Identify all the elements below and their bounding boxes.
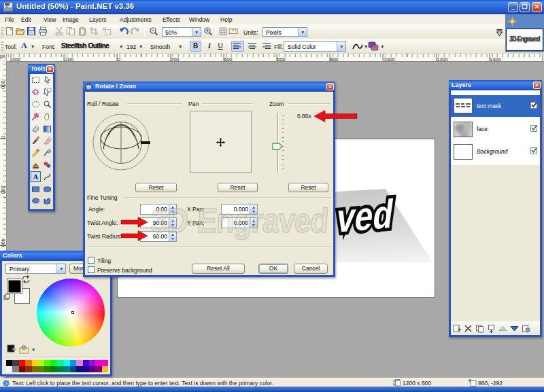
svg-text:?: ? bbox=[5, 380, 7, 386]
svg-text:ved: ved bbox=[334, 191, 396, 241]
